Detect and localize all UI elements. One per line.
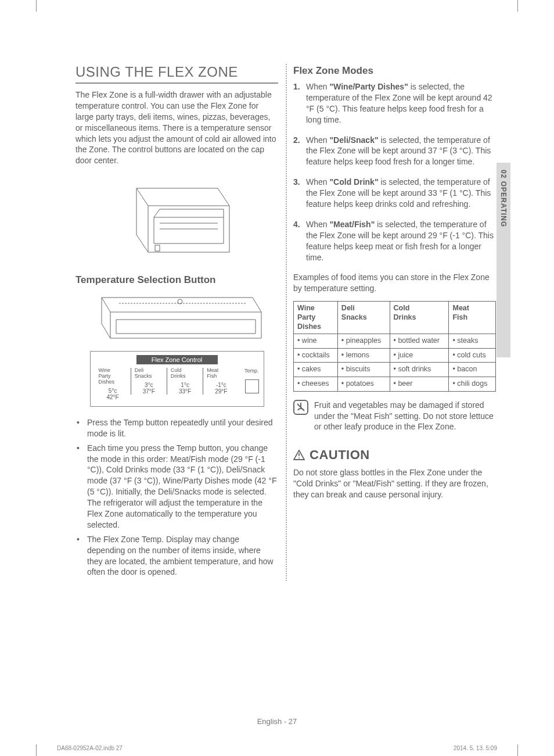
table-row: cocktailslemonsjuicecold cuts (294, 348, 496, 363)
warning-icon (293, 450, 305, 460)
modes-list: 1.When "Wine/Party Dishes" is selected, … (293, 81, 496, 263)
table-header: ColdDrinks (390, 302, 449, 334)
note-icon (293, 400, 308, 415)
control-mode: DeliSnacks3°c37°F (131, 368, 167, 395)
caution-heading: CAUTION (293, 447, 496, 463)
control-mode: ColdDrinks1°c33°F (167, 368, 203, 395)
mode-item: 3.When "Cold Drink" is selected, the tem… (293, 177, 496, 210)
table-cell: cocktails (294, 348, 338, 363)
intro-paragraph: The Flex Zone is a full-width drawer wit… (75, 89, 278, 166)
table-cell: soft drinks (390, 363, 449, 377)
table-cell: chili dogs (449, 377, 496, 392)
food-table: WinePartyDishesDeliSnacksColdDrinksMeatF… (293, 301, 496, 391)
table-cell: wine (294, 334, 338, 349)
table-cell: lemons (337, 348, 390, 363)
instruction-item: Each time you press the Temp button, you… (87, 443, 278, 531)
note-text: Fruit and vegetables may be damaged if s… (314, 400, 496, 433)
table-cell: juice (390, 348, 449, 363)
table-cell: bottled water (390, 334, 449, 349)
flex-zone-control-panel: Flex Zone Control WinePartyDishes5°c42°F… (90, 351, 264, 407)
table-header: DeliSnacks (337, 302, 390, 334)
caution-label: CAUTION (310, 447, 370, 463)
svg-rect-0 (155, 245, 160, 251)
table-cell: cakes (294, 363, 338, 377)
control-mode: WinePartyDishes5°c42°F (95, 368, 131, 400)
instruction-item: The Flex Zone Temp. Display may change d… (87, 534, 278, 578)
table-cell: cold cuts (449, 348, 496, 363)
table-row: cakesbiscuitssoft drinksbacon (294, 363, 496, 377)
table-cell: beer (390, 377, 449, 392)
temp-button: Temp. (239, 368, 259, 393)
table-row: cheesespotatoesbeerchili dogs (294, 377, 496, 392)
table-cell: biscuits (337, 363, 390, 377)
table-header: WinePartyDishes (294, 302, 338, 334)
example-intro: Examples of food items you can store in … (293, 272, 496, 294)
caution-text: Do not store glass bottles in the Flex Z… (293, 467, 496, 500)
mode-item: 2.When "Deli/Snack" is selected, the tem… (293, 135, 496, 168)
control-illustration (90, 292, 264, 346)
control-panel-title: Flex Zone Control (136, 355, 218, 364)
mode-item: 4.When "Meat/Fish" is selected, the temp… (293, 219, 496, 263)
svg-point-4 (298, 457, 300, 458)
table-cell: potatoes (337, 377, 390, 392)
file-ref: DA68-02952A-02.indb 27 (57, 745, 123, 751)
table-cell: cheeses (294, 377, 338, 392)
print-datetime: 2014. 5. 13. 5:09 (454, 745, 497, 751)
page-footer: English - 27 (0, 717, 554, 726)
note-block: Fruit and vegetables may be damaged if s… (293, 400, 496, 433)
table-header: MeatFish (449, 302, 496, 334)
control-mode: MeatFish-1°c29°F (203, 368, 239, 395)
table-row: winepineapplesbottled watersteaks (294, 334, 496, 349)
table-cell: steaks (449, 334, 496, 349)
page-heading: USING THE FLEX ZONE (75, 64, 278, 84)
table-cell: bacon (449, 363, 496, 377)
table-cell: pineapples (337, 334, 390, 349)
drawer-illustration (119, 177, 235, 264)
modes-heading: Flex Zone Modes (293, 65, 496, 77)
mode-item: 1.When "Wine/Party Dishes" is selected, … (293, 81, 496, 126)
instruction-item: Press the Temp button repeatedly until y… (87, 417, 278, 439)
instruction-list: Press the Temp button repeatedly until y… (75, 417, 278, 578)
subheading-temp-button: Temperature Selection Button (75, 274, 278, 286)
